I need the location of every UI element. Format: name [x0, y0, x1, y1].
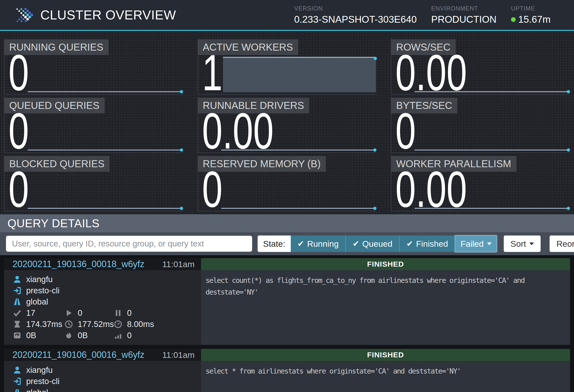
state-filter-queued[interactable]: ✔ Queued: [345, 235, 399, 252]
query-meta-panel: xiangfu presto-cli global: [4, 361, 201, 392]
query-resource-group: global: [12, 387, 201, 392]
tile-blocked-queries: BLOCKED QUERIES 0: [4, 155, 183, 211]
sparkline: [415, 208, 569, 209]
environment-info: ENVIRONMENT PRODUCTION: [431, 5, 497, 25]
cluster-stats-grid: RUNNING QUERIES 0 ACTIVE WORKERS 1 ROWS/…: [0, 31, 574, 214]
parallelism: 0: [113, 330, 201, 341]
query-time: 11:01am: [162, 350, 195, 360]
chevron-down-icon: [529, 242, 534, 245]
query-sql-text: select count(*) as flights_from_ca_to_ny…: [201, 270, 570, 345]
sparkline-dot-icon: [373, 207, 376, 210]
check-icon: [12, 309, 22, 317]
chevron-down-icon: [487, 242, 492, 245]
sparkline-dot-icon: [567, 149, 570, 152]
query-row: 20200211_190136_00018_w6yfz 11:01am FINI…: [4, 258, 570, 345]
uptime-status-icon: [511, 17, 516, 22]
tile-active-workers: ACTIVE WORKERS 1: [198, 38, 377, 95]
cluster-info: VERSION 0.233-SNAPSHOT-303E640 ENVIRONME…: [294, 5, 551, 25]
version-info: VERSION 0.233-SNAPSHOT-303E640: [294, 5, 417, 25]
query-source: presto-cli: [12, 285, 201, 296]
user-icon: [12, 275, 22, 284]
tile-value: 0: [202, 170, 222, 208]
tile-bytes-sec: BYTES/SEC 0: [391, 97, 570, 153]
sparkline: [415, 150, 569, 151]
environment-value: PRODUCTION: [431, 14, 497, 25]
sparkline: [28, 150, 182, 151]
check-icon: ✔: [406, 239, 413, 248]
sparkline: [221, 150, 376, 151]
sparkline: [28, 91, 182, 92]
query-id-link[interactable]: 20200211_190106_00016_w6yfz: [12, 350, 144, 360]
running-splits: 0: [64, 307, 113, 318]
sparkline-dot-icon: [180, 90, 183, 93]
query-meta-panel: xiangfu presto-cli global 17: [4, 270, 201, 345]
sparkline-dot-icon: [567, 90, 570, 93]
query-row-header: 20200211_190136_00018_w6yfz 11:01am FINI…: [4, 258, 570, 270]
tile-running-queries: RUNNING QUERIES 0: [4, 38, 183, 95]
reorder-interval-dropdown[interactable]: Reorder Interval: [550, 235, 574, 252]
sparkline-dot-icon: [180, 207, 183, 210]
tile-value: 0: [8, 112, 29, 150]
sparkline-area: [223, 57, 376, 92]
environment-label: ENVIRONMENT: [431, 5, 497, 12]
query-row: 20200211_190106_00016_w6yfz 11:01am FINI…: [4, 349, 570, 392]
query-sql-text: select * from airlinestats where origins…: [201, 361, 570, 392]
check-icon: ✔: [353, 239, 359, 248]
query-list: 20200211_190136_00018_w6yfz 11:01am FINI…: [0, 255, 574, 392]
status-badge: FINISHED: [201, 258, 570, 270]
tile-value: 0: [395, 112, 416, 150]
tile-value: 0: [8, 170, 29, 208]
query-id-bar: 20200211_190136_00018_w6yfz 11:01am: [4, 258, 201, 270]
tile-value: 0.00: [395, 170, 467, 208]
tile-value: 0: [8, 53, 29, 92]
query-id-link[interactable]: 20200211_190136_00018_w6yfz: [12, 259, 144, 269]
search-input[interactable]: [6, 236, 252, 252]
tile-runnable-drivers: RUNNABLE DRIVERS 0.00: [198, 97, 377, 153]
tile-value: 0.00: [395, 53, 467, 92]
uptime-label: UPTIME: [511, 5, 551, 12]
tile-queued-queries: QUEUED QUERIES 0: [4, 97, 183, 153]
tile-reserved-memory: RESERVED MEMORY (B) 0: [198, 155, 377, 211]
scale-icon: [12, 331, 22, 340]
query-time: 11:01am: [162, 259, 195, 269]
tile-rows-sec: ROWS/SEC 0.00: [391, 38, 570, 95]
tile-worker-parallelism: WORKER PARALLELISM 0.00: [391, 155, 570, 211]
page-title: CLUSTER OVERVIEW: [40, 7, 294, 22]
sparkline: [221, 208, 376, 209]
clock-icon: [64, 320, 73, 329]
query-row-body: xiangfu presto-cli global select * from …: [4, 361, 570, 392]
state-filter-failed-dropdown[interactable]: Failed: [455, 235, 497, 252]
sparkline-dot-icon: [374, 57, 377, 60]
pause-icon: [113, 309, 123, 317]
gauge-icon: [113, 320, 123, 329]
fire-icon: [64, 331, 73, 340]
road-icon: [12, 388, 22, 392]
sign-in-icon: [12, 286, 22, 295]
completed-splits: 17: [12, 307, 64, 318]
queued-splits: 0: [113, 307, 201, 318]
version-label: VERSION: [294, 5, 417, 12]
query-user: xiangfu: [12, 364, 201, 376]
query-filter-bar: State: ✔ Running ✔ Queued ✔ Finished Fai…: [0, 232, 574, 255]
query-resource-group: global: [12, 296, 201, 307]
cumulative-memory: 0B: [64, 330, 113, 341]
road-icon: [12, 297, 22, 306]
navbar: CLUSTER OVERVIEW VERSION 0.233-SNAPSHOT-…: [0, 0, 574, 31]
query-row-header: 20200211_190106_00016_w6yfz 11:01am FINI…: [4, 349, 570, 361]
query-details-header: QUERY DETAILS: [0, 214, 574, 232]
check-icon: ✔: [297, 239, 304, 248]
sign-in-icon: [12, 377, 22, 386]
state-filter-running[interactable]: ✔ Running: [291, 235, 345, 252]
query-row-body: xiangfu presto-cli global 17: [4, 270, 570, 345]
user-icon: [12, 366, 22, 375]
wall-time: 174.37ms: [12, 318, 64, 330]
version-value: 0.233-SNAPSHOT-303E640: [294, 14, 417, 25]
state-filter-finished[interactable]: ✔ Finished: [399, 235, 455, 252]
status-badge: FINISHED: [201, 349, 570, 361]
sparkline: [28, 208, 182, 209]
sparkline-dot-icon: [373, 149, 376, 152]
sparkline-dot-icon: [180, 149, 183, 152]
tile-value: 0.00: [202, 112, 274, 150]
play-icon: [64, 309, 73, 317]
sort-dropdown[interactable]: Sort: [504, 235, 541, 252]
